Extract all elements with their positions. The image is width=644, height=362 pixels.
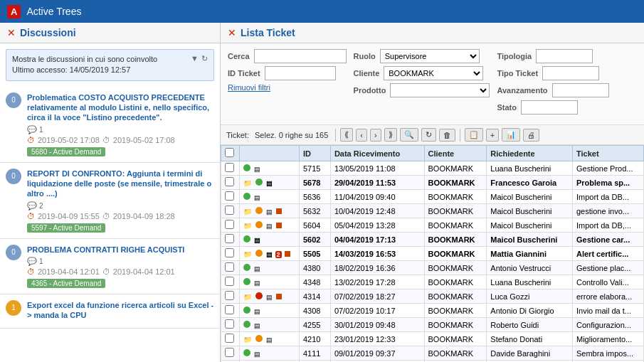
idticket-input[interactable] [265,66,336,80]
row-checkbox[interactable] [221,332,240,346]
prodotto-row: Prodotto [354,83,490,97]
first-page-button[interactable]: ⟪ [340,128,353,142]
discussion-title: Problematica COSTO ACQUISTO PRECEDENTE r… [27,92,214,123]
close-discussioni-button[interactable]: ✕ [7,27,16,38]
ticket-id: 4348 [300,275,331,289]
ticket-cliente: BOOKMARK [424,275,487,289]
cerca-label: Cerca [228,52,250,60]
col-header-data: Data Ricevimento [330,146,424,161]
info-box-text: Mostra le discussioni in cui sono coinvo… [12,54,157,76]
table-row[interactable]: ▤ 4380 18/02/2019 16:36 BOOKMARK Antonio… [221,261,644,275]
row-checkbox[interactable] [221,204,240,218]
table-row[interactable]: 📁 ▤ 4314 07/02/2019 18:27 BOOKMARK Luca … [221,289,644,304]
ticket-id: 5636 [300,190,331,204]
close-listaticket-button[interactable]: ✕ [228,27,236,38]
left-panel: ✕ Discussioni Mostra le discussioni in c… [0,23,221,362]
main-layout: ✕ Discussioni Mostra le discussioni in c… [0,23,644,362]
filter-icon[interactable]: ▼ [191,54,199,63]
tipologia-input[interactable] [536,49,593,63]
row-checkbox[interactable] [221,318,240,332]
row-checkbox[interactable] [221,304,240,318]
table-row[interactable]: ▤ 4111 09/01/2019 09:37 BOOKMARK Davide … [221,346,644,361]
tipoticket-input[interactable] [542,66,599,80]
grid-icon: ▤ [254,280,260,287]
row-icons: ▤ [240,161,300,176]
rimuovi-filtri-link[interactable]: Rimuovi filtri [228,83,347,92]
row-checkbox[interactable] [221,218,240,233]
ticket-desc: Invio mail da t... [572,304,643,318]
table-row[interactable]: ▤ 5636 11/04/2019 09:40 BOOKMARK Maicol … [221,190,644,204]
app-title: Active Trees [26,6,81,17]
refresh-button[interactable]: ↻ [421,128,436,142]
add-button[interactable]: + [486,129,499,142]
row-checkbox[interactable] [221,346,240,361]
ticket-desc: Alert certific... [572,247,643,261]
status-dot [243,307,250,314]
list-item[interactable]: 0 REPORT DI CONFRONTO: Aggiunta i termin… [0,163,220,239]
row-icons: 📁 ▤ [240,218,300,233]
row-checkbox[interactable] [221,275,240,289]
export-button[interactable]: 📋 [465,128,483,142]
grid-icon: ▤ [254,265,260,272]
row-checkbox[interactable] [221,289,240,304]
cerca-input[interactable] [254,49,347,63]
folder-icon: 📁 [243,250,252,258]
row-checkbox[interactable] [221,261,240,275]
ticket-desc: Problema sp... [572,176,643,190]
discussion-comment-count: 💬 2 [27,201,214,211]
stato-input[interactable] [521,100,578,115]
table-row[interactable]: 📁 ▤ 2 5505 14/03/2019 16:53 BOOKMARK Mat… [221,247,644,261]
chart-button[interactable]: 📊 [502,128,520,142]
prev-page-button[interactable]: ‹ [356,129,367,142]
ticket-date: 30/01/2019 09:48 [330,318,424,332]
row-checkbox[interactable] [221,233,240,247]
table-row[interactable]: ▤ 5715 13/05/2019 11:08 BOOKMARK Luana B… [221,161,644,176]
ruolo-select[interactable]: Supervisore [380,49,480,63]
ticket-richiedente: Roberto Guidi [487,318,573,332]
cliente-select[interactable]: BOOKMARK [384,66,483,80]
grid-icon: ▤ [266,336,273,344]
ticket-date: 04/04/2019 17:13 [330,233,424,247]
last-page-button[interactable]: ⟫ [384,128,397,142]
delete-button[interactable]: 🗑 [439,129,455,142]
next-page-button[interactable]: › [370,129,381,142]
list-item[interactable]: 0 Problematica COSTO ACQUISTO PRECEDENTE… [0,87,220,163]
status-dot [255,250,263,257]
table-row[interactable]: 📁 ▤ 5678 29/04/2019 11:53 BOOKMARK Franc… [221,176,644,190]
ticket-desc: Gestione plac... [572,261,643,275]
table-row[interactable]: 📁 ▤ 5632 10/04/2019 12:48 BOOKMARK Maico… [221,204,644,218]
select-all-checkbox[interactable] [225,148,234,157]
discussion-comment-count: 💬 1 [27,125,214,134]
prodotto-select[interactable] [390,83,490,97]
discussioni-title: Discussioni [20,27,76,38]
ticket-id: 4314 [300,289,331,304]
ticket-id: 5604 [300,218,331,233]
ticket-date: 23/01/2019 12:33 [330,332,424,346]
list-item[interactable]: 0 PROBLEMA CONTRATTI RIGHE ACQUISTI 💬 1 … [0,239,220,294]
table-row[interactable]: ▤ 4348 13/02/2019 17:28 BOOKMARK Luana B… [221,275,644,289]
row-icons: 📁 ▤ [240,289,300,304]
clock-icon2: ⏱ [102,267,110,276]
search-button[interactable]: 🔍 [400,128,418,142]
ticket-cliente: BOOKMARK [424,176,487,190]
row-checkbox[interactable] [221,247,240,261]
refresh-icon[interactable]: ↻ [201,54,208,63]
row-checkbox[interactable] [221,176,240,190]
row-checkbox[interactable] [221,190,240,204]
table-row[interactable]: 📁 ▤ 5604 05/04/2019 13:28 BOOKMARK Maico… [221,218,644,233]
discussion-content: REPORT DI CONFRONTO: Aggiunta i termini … [27,169,214,233]
discussion-list: 0 Problematica COSTO ACQUISTO PRECEDENTE… [0,87,220,362]
table-row[interactable]: ▤ 4308 07/02/2019 10:17 BOOKMARK Antonio… [221,304,644,318]
table-row[interactable]: ▤ 4255 30/01/2019 09:48 BOOKMARK Roberto… [221,318,644,332]
row-checkbox[interactable] [221,161,240,176]
avanzamento-input[interactable] [552,83,609,97]
folder-icon: 📁 [243,222,252,230]
table-row[interactable]: 📁 ▤ 4210 23/01/2019 12:33 BOOKMARK Stefa… [221,332,644,346]
table-body: ▤ 5715 13/05/2019 11:08 BOOKMARK Luana B… [221,161,644,363]
list-item[interactable]: 1 Export excel da funzione ricerca artic… [0,294,220,329]
print-button[interactable]: 🖨 [523,129,539,142]
status-dot [243,278,250,285]
table-row[interactable]: ▤ 5602 04/04/2019 17:13 BOOKMARK Maicol … [221,233,644,247]
ticket-table-wrapper: ID Data Ricevimento Cliente Richiedente … [221,145,644,362]
stato-row: Stato [497,100,608,115]
